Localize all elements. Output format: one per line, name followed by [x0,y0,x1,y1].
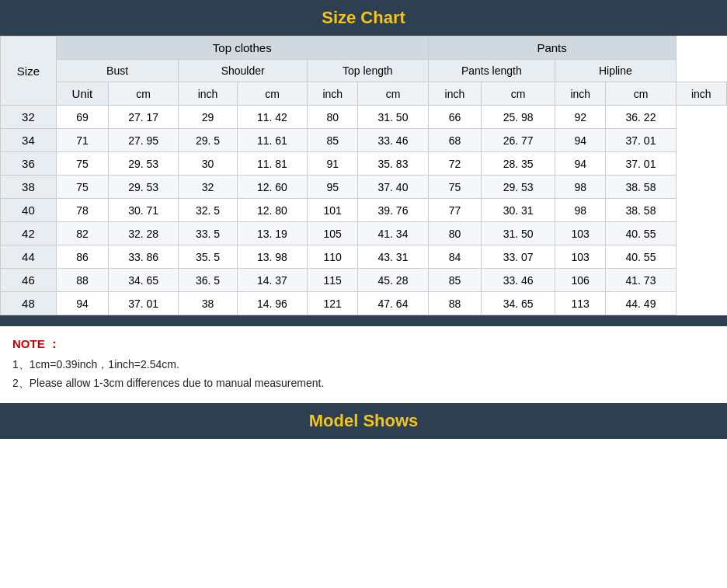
top-clothes-header: Top clothes [56,37,428,60]
data-cell: 13. 19 [237,222,307,245]
data-cell: 44. 49 [606,292,676,315]
data-cell: 38. 58 [606,199,676,222]
data-cell: 47. 64 [358,292,428,315]
data-cell: 11. 81 [237,152,307,176]
bust-header: Bust [56,60,178,82]
data-cell: 38. 58 [606,176,676,199]
data-cell: 115 [308,269,358,292]
data-cell: 92 [555,106,606,129]
data-cell: 71 [56,129,108,152]
data-cell: 35. 5 [179,245,238,269]
size-chart-table: Size Top clothes Pants Bust Shoulder Top… [0,36,727,315]
data-cell: 25. 98 [482,106,555,129]
data-cell: 29. 53 [109,152,179,176]
page-title: Size Chart [322,8,405,27]
data-cell: 33. 07 [482,245,555,269]
table-row: 428232. 2833. 513. 1910541. 348031. 5010… [1,222,727,245]
data-cell: 30. 71 [109,199,179,222]
data-cell: 13. 98 [237,245,307,269]
unit-hip-cm: cm [606,82,676,106]
data-cell: 43. 31 [358,245,428,269]
size-cell: 42 [1,222,57,245]
table-row: 347127. 9529. 511. 618533. 466826. 77943… [1,129,727,152]
pants-header: Pants [428,37,676,60]
data-cell: 103 [555,222,606,245]
unit-pl-in: inch [555,82,606,106]
data-cell: 75 [56,152,108,176]
data-cell: 32 [179,176,238,199]
data-cell: 34. 65 [109,269,179,292]
data-cell: 14. 96 [237,292,307,315]
data-cell: 33. 86 [109,245,179,269]
data-cell: 88 [56,269,108,292]
table-row: 468834. 6536. 514. 3711545. 288533. 4610… [1,269,727,292]
table-row: 367529. 533011. 819135. 837228. 359437. … [1,152,727,176]
data-cell: 91 [308,152,358,176]
size-cell: 32 [1,106,57,129]
size-cell: 40 [1,199,57,222]
data-cell: 12. 80 [237,199,307,222]
table-row: 387529. 533212. 609537. 407529. 539838. … [1,176,727,199]
data-cell: 29. 5 [179,129,238,152]
data-cell: 33. 5 [179,222,238,245]
unit-hip-in: inch [676,82,726,106]
data-cell: 35. 83 [358,152,428,176]
data-cell: 45. 28 [358,269,428,292]
data-cell: 98 [555,199,606,222]
shoulder-header: Shoulder [179,60,308,82]
data-cell: 37. 01 [606,152,676,176]
unit-sh-cm: cm [237,82,307,106]
data-cell: 69 [56,106,108,129]
data-cell: 98 [555,176,606,199]
data-cell: 33. 46 [482,269,555,292]
data-cell: 106 [555,269,606,292]
table-row: 407830. 7132. 512. 8010139. 767730. 3198… [1,199,727,222]
data-cell: 85 [428,269,482,292]
data-cell: 28. 35 [482,152,555,176]
data-cell: 11. 42 [237,106,307,129]
data-cell: 75 [56,176,108,199]
data-cell: 80 [308,106,358,129]
data-cell: 94 [56,292,108,315]
data-cell: 88 [428,292,482,315]
data-cell: 32. 28 [109,222,179,245]
data-cell: 113 [555,292,606,315]
data-cell: 12. 60 [237,176,307,199]
hipline-header: Hipline [555,60,677,82]
data-cell: 32. 5 [179,199,238,222]
data-cell: 36. 5 [179,269,238,292]
size-cell: 38 [1,176,57,199]
data-cell: 41. 34 [358,222,428,245]
data-cell: 30. 31 [482,199,555,222]
data-cell: 121 [308,292,358,315]
data-cell: 37. 40 [358,176,428,199]
size-cell: 34 [1,129,57,152]
data-cell: 78 [56,199,108,222]
data-cell: 29. 53 [482,176,555,199]
unit-sh-in: inch [308,82,358,106]
data-cell: 26. 77 [482,129,555,152]
top-length-header: Top length [308,60,429,82]
data-cell: 72 [428,152,482,176]
data-cell: 31. 50 [358,106,428,129]
data-cell: 27. 95 [109,129,179,152]
data-cell: 38 [179,292,238,315]
data-cell: 86 [56,245,108,269]
unit-row-label: Unit [56,82,108,106]
separator-bar [0,315,727,326]
data-cell: 77 [428,199,482,222]
data-cell: 41. 73 [606,269,676,292]
data-cell: 29. 53 [109,176,179,199]
data-cell: 82 [56,222,108,245]
pants-length-header: Pants length [428,60,555,82]
data-cell: 31. 50 [482,222,555,245]
data-cell: 40. 55 [606,222,676,245]
size-cell: 46 [1,269,57,292]
data-cell: 36. 22 [606,106,676,129]
note-title: NOTE ： [12,337,715,352]
footer-title-bar: Model Shows [0,403,727,439]
data-cell: 105 [308,222,358,245]
size-cell: 44 [1,245,57,269]
data-cell: 85 [308,129,358,152]
data-cell: 37. 01 [109,292,179,315]
